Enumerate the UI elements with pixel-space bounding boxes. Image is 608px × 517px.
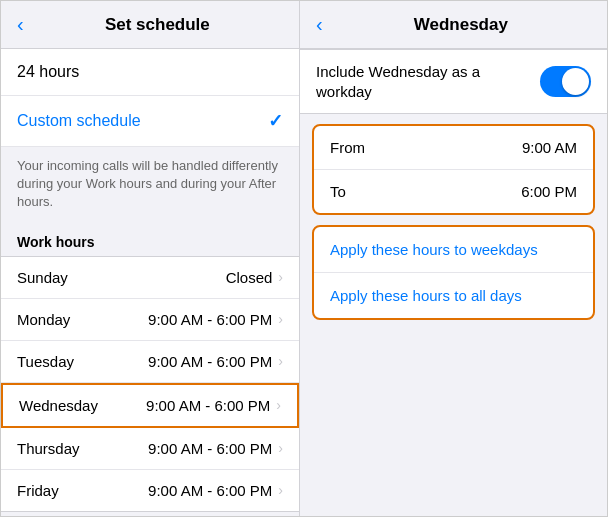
chevron-tuesday-icon: › bbox=[278, 353, 283, 369]
menu-item-custom[interactable]: Custom schedule ✓ bbox=[1, 96, 299, 147]
schedule-row-wednesday[interactable]: Wednesday 9:00 AM - 6:00 PM › bbox=[1, 383, 299, 428]
apply-weekdays-button[interactable]: Apply these hours to weekdays bbox=[314, 227, 593, 273]
day-hours-thursday: 9:00 AM - 6:00 PM bbox=[97, 440, 272, 457]
day-name-monday: Monday bbox=[17, 311, 97, 328]
menu-item-custom-label: Custom schedule bbox=[17, 112, 268, 130]
to-label: To bbox=[330, 183, 521, 200]
day-hours-wednesday: 9:00 AM - 6:00 PM bbox=[99, 397, 270, 414]
day-name-friday: Friday bbox=[17, 482, 97, 499]
schedule-row-monday[interactable]: Monday 9:00 AM - 6:00 PM › bbox=[1, 299, 299, 341]
right-header: ‹ Wednesday bbox=[300, 1, 607, 49]
schedule-row-friday[interactable]: Friday 9:00 AM - 6:00 PM › bbox=[1, 470, 299, 511]
apply-all-days-label: Apply these hours to all days bbox=[330, 287, 522, 304]
day-hours-friday: 9:00 AM - 6:00 PM bbox=[97, 482, 272, 499]
time-section: From 9:00 AM To 6:00 PM bbox=[312, 124, 595, 215]
left-back-button[interactable]: ‹ bbox=[17, 13, 24, 36]
menu-list: 24 hours Custom schedule ✓ bbox=[1, 49, 299, 147]
schedule-row-sunday[interactable]: Sunday Closed › bbox=[1, 257, 299, 299]
workday-toggle-label: Include Wednesday as a workday bbox=[316, 62, 540, 101]
day-name-sunday: Sunday bbox=[17, 269, 97, 286]
day-name-tuesday: Tuesday bbox=[17, 353, 97, 370]
left-panel-title: Set schedule bbox=[32, 15, 283, 35]
from-label: From bbox=[330, 139, 522, 156]
menu-item-24hours-label: 24 hours bbox=[17, 63, 283, 81]
to-value: 6:00 PM bbox=[521, 183, 577, 200]
day-hours-monday: 9:00 AM - 6:00 PM bbox=[97, 311, 272, 328]
work-hours-section-label: Work hours bbox=[1, 222, 299, 256]
from-value: 9:00 AM bbox=[522, 139, 577, 156]
apply-all-days-button[interactable]: Apply these hours to all days bbox=[314, 273, 593, 318]
chevron-thursday-icon: › bbox=[278, 440, 283, 456]
workday-toggle-row[interactable]: Include Wednesday as a workday bbox=[300, 49, 607, 114]
custom-checkmark-icon: ✓ bbox=[268, 110, 283, 132]
day-hours-tuesday: 9:00 AM - 6:00 PM bbox=[97, 353, 272, 370]
time-row-to[interactable]: To 6:00 PM bbox=[314, 170, 593, 213]
apply-weekdays-label: Apply these hours to weekdays bbox=[330, 241, 538, 258]
chevron-friday-icon: › bbox=[278, 482, 283, 498]
right-panel: ‹ Wednesday Include Wednesday as a workd… bbox=[300, 1, 607, 516]
right-back-button[interactable]: ‹ bbox=[316, 13, 323, 36]
chevron-sunday-icon: › bbox=[278, 269, 283, 285]
menu-item-24hours[interactable]: 24 hours bbox=[1, 49, 299, 96]
info-text: Your incoming calls will be handled diff… bbox=[1, 147, 299, 222]
app-container: ‹ Set schedule 24 hours Custom schedule … bbox=[0, 0, 608, 517]
day-name-wednesday: Wednesday bbox=[19, 397, 99, 414]
chevron-wednesday-icon: › bbox=[276, 397, 281, 413]
workday-toggle-switch[interactable] bbox=[540, 66, 591, 97]
action-section: Apply these hours to weekdays Apply thes… bbox=[312, 225, 595, 320]
schedule-list: Sunday Closed › Monday 9:00 AM - 6:00 PM… bbox=[1, 256, 299, 512]
left-panel: ‹ Set schedule 24 hours Custom schedule … bbox=[1, 1, 300, 516]
schedule-row-tuesday[interactable]: Tuesday 9:00 AM - 6:00 PM › bbox=[1, 341, 299, 383]
toggle-knob bbox=[562, 68, 589, 95]
schedule-row-thursday[interactable]: Thursday 9:00 AM - 6:00 PM › bbox=[1, 428, 299, 470]
time-row-from[interactable]: From 9:00 AM bbox=[314, 126, 593, 170]
right-panel-title: Wednesday bbox=[331, 15, 591, 35]
day-hours-sunday: Closed bbox=[97, 269, 272, 286]
day-name-thursday: Thursday bbox=[17, 440, 97, 457]
left-header: ‹ Set schedule bbox=[1, 1, 299, 49]
chevron-monday-icon: › bbox=[278, 311, 283, 327]
